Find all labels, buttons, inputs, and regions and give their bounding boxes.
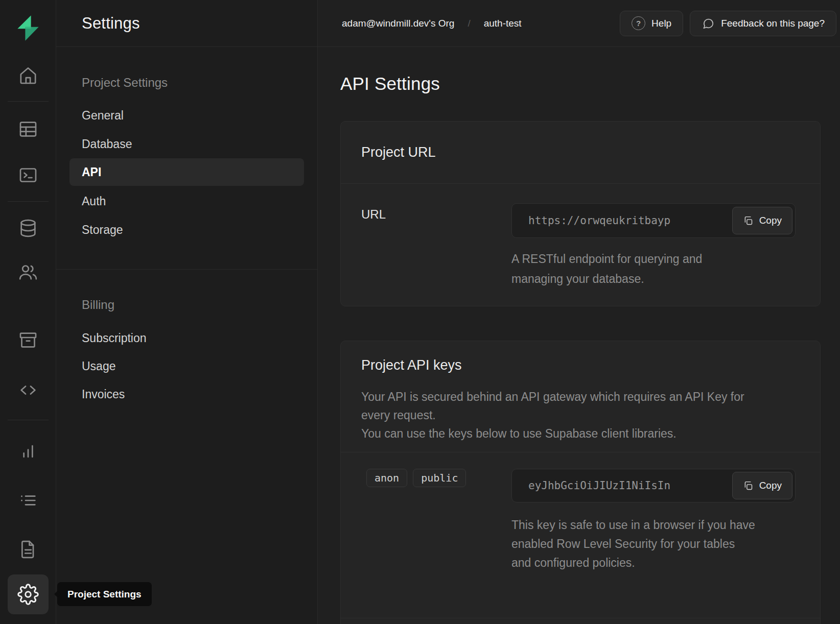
api-keys-description: Your API is secured behind an API gatewa… <box>361 388 750 443</box>
project-url-card-header: Project URL <box>341 122 820 184</box>
copy-url-button[interactable]: Copy <box>732 207 792 234</box>
url-label: URL <box>361 207 386 222</box>
reports-chart-icon[interactable] <box>0 440 56 463</box>
api-keys-description-line2: You can use the keys below to use Supaba… <box>361 424 750 443</box>
sidebar-item-database[interactable]: Database <box>82 135 297 153</box>
help-question-icon: ? <box>632 16 645 30</box>
icon-rail <box>0 0 56 624</box>
anon-badge: anon <box>366 469 407 487</box>
help-label: Help <box>651 18 671 29</box>
breadcrumb-project[interactable]: auth-test <box>484 18 522 29</box>
rail-divider <box>8 101 49 102</box>
public-badge: public <box>413 469 466 487</box>
breadcrumb-org[interactable]: adam@windmill.dev's Org <box>342 18 454 29</box>
rail-divider <box>8 201 49 202</box>
key-badges: anon public <box>366 469 466 487</box>
table-editor-icon[interactable] <box>0 118 56 140</box>
api-keys-description-line1: Your API is secured behind an API gatewa… <box>361 388 750 424</box>
project-url-value: https://orwqeukritbayp <box>528 214 670 227</box>
storage-icon[interactable] <box>0 329 56 351</box>
anon-key-row: anon public eyJhbGciOiJIUzI1NiIsIn Copy … <box>341 452 820 618</box>
api-code-icon[interactable] <box>0 379 56 401</box>
gear-icon <box>17 584 39 605</box>
sidebar-item-api[interactable]: API <box>82 163 297 181</box>
sidebar-item-subscription[interactable]: Subscription <box>82 329 297 347</box>
project-url-card: Project URL URL https://orwqeukritbayp C… <box>340 121 821 306</box>
api-keys-title: Project API keys <box>361 357 462 373</box>
sidebar-item-storage[interactable]: Storage <box>82 221 297 238</box>
sidebar-divider <box>56 269 317 270</box>
anon-key-input[interactable]: eyJhbGciOiJIUzI1NiIsIn Copy <box>511 469 796 502</box>
supabase-logo-icon[interactable] <box>14 13 42 43</box>
main-content: API Settings Project URL URL https://orw… <box>318 47 840 624</box>
project-url-title: Project URL <box>361 145 436 160</box>
topbar: adam@windmill.dev's Org / auth-test ? He… <box>318 0 840 47</box>
copy-anon-key-button[interactable]: Copy <box>732 472 792 499</box>
project-settings-gear-button[interactable] <box>8 574 49 614</box>
settings-sidebar: Settings Project Settings General Databa… <box>56 0 318 624</box>
section-label-project-settings: Project Settings <box>82 74 168 91</box>
sidebar-item-usage[interactable]: Usage <box>82 357 297 375</box>
breadcrumb-separator: / <box>468 18 470 29</box>
docs-file-icon[interactable] <box>0 538 56 561</box>
feedback-label: Feedback on this page? <box>721 18 825 29</box>
sidebar-title: Settings <box>82 14 140 33</box>
section-label-billing: Billing <box>82 296 114 314</box>
sidebar-header: Settings <box>56 0 317 47</box>
project-url-description: A RESTful endpoint for querying and mana… <box>511 249 741 289</box>
rail-divider <box>8 420 49 420</box>
project-url-card-body: URL https://orwqeukritbayp Copy A RESTfu… <box>341 184 820 306</box>
sidebar-item-auth[interactable]: Auth <box>82 193 297 210</box>
copy-url-label: Copy <box>759 215 782 226</box>
logs-list-icon[interactable] <box>0 489 56 512</box>
speech-bubble-icon <box>702 17 715 30</box>
sql-editor-icon[interactable] <box>0 164 56 186</box>
database-icon[interactable] <box>0 217 56 239</box>
tooltip-label: Project Settings <box>67 589 142 600</box>
copy-anon-key-label: Copy <box>759 480 782 491</box>
project-settings-tooltip: Project Settings <box>57 582 152 606</box>
project-url-input[interactable]: https://orwqeukritbayp Copy <box>511 203 796 238</box>
authentication-users-icon[interactable] <box>0 261 56 283</box>
help-button[interactable]: ? Help <box>620 11 683 36</box>
project-api-keys-card: Project API keys Your API is secured beh… <box>340 341 821 624</box>
home-icon[interactable] <box>0 64 56 87</box>
sidebar-item-invoices[interactable]: Invoices <box>82 386 297 403</box>
feedback-button[interactable]: Feedback on this page? <box>690 11 836 36</box>
sidebar-item-general[interactable]: General <box>82 107 297 124</box>
page-title: API Settings <box>340 74 440 94</box>
anon-key-description: This key is safe to use in a browser if … <box>511 516 757 572</box>
copy-icon <box>743 481 754 491</box>
anon-key-value: eyJhbGciOiJIUzI1NiIsIn <box>528 479 670 492</box>
copy-icon <box>743 215 754 226</box>
api-keys-card-header: Project API keys Your API is secured beh… <box>341 341 820 452</box>
